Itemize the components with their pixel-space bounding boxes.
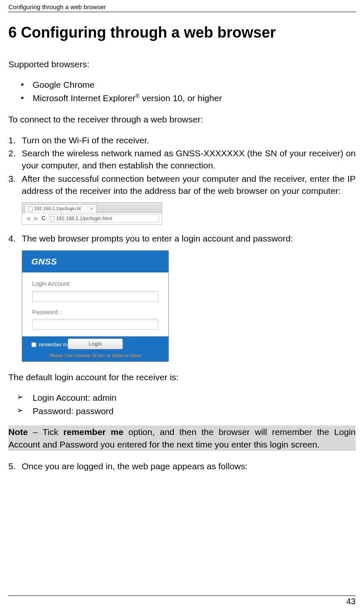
reload-icon[interactable]: C [41, 214, 46, 223]
back-arrow-icon[interactable]: ◄ [25, 214, 31, 223]
page-icon [28, 206, 33, 211]
login-account-input[interactable] [32, 291, 158, 302]
step-3-text: After the successful connection between … [22, 174, 356, 196]
connect-intro: To connect to the receiver through a web… [8, 113, 356, 125]
tab-strip: 192.168.1.1/pc/login.ht × [22, 203, 162, 213]
steps-list-cont: Once you are logged in, the web page app… [8, 460, 356, 472]
step-2: Search the wireless network named as GNS… [22, 147, 356, 172]
login-account-label: Login Account: [32, 280, 158, 288]
close-tab-icon[interactable]: × [90, 206, 93, 213]
note-prefix: Note [8, 427, 28, 437]
note-dash: – Tick [28, 427, 64, 437]
default-login-account: Login Account: admin [33, 392, 356, 404]
login-form: Login Account: Password： [22, 272, 168, 330]
password-label: Password： [32, 308, 158, 317]
note-block: Note – Tick remember me option, and then… [8, 425, 356, 451]
remember-me-label: remember me [39, 341, 70, 348]
page-header: Configuring through a web browser [8, 3, 356, 12]
browser-item-chrome: Google Chrome [33, 79, 356, 91]
registered-icon: ® [135, 93, 140, 99]
step-4: The web browser prompts you to enter a l… [22, 232, 356, 362]
page-title: 6 Configuring through a web browser [8, 24, 356, 41]
browser-tab[interactable]: 192.168.1.1/pc/login.ht × [25, 204, 97, 213]
supported-browsers-label: Supported browsers: [8, 58, 356, 70]
checkbox-icon[interactable] [31, 342, 36, 347]
brand-logo: GNSS [31, 255, 57, 267]
login-screenshot: GNSS Login Account: Password： remember m… [22, 250, 169, 362]
forward-arrow-icon[interactable]: ► [33, 214, 39, 223]
address-input[interactable]: 192.168.1.1/pc/login.html [48, 214, 159, 223]
browser-item-ie: Microsoft Internet Explorer® version 10,… [33, 92, 356, 104]
page-icon [50, 216, 54, 221]
browser-compat-note: Please Use Chrome, IE10+ or Safari to Op… [22, 353, 168, 359]
login-button[interactable]: Login [68, 338, 123, 349]
password-input[interactable] [32, 319, 158, 330]
note-remember-me: remember me [63, 427, 123, 437]
ie-version: version 10, or higher [140, 93, 222, 103]
step-3: After the successful connection between … [22, 173, 356, 225]
login-header: GNSS [22, 251, 168, 272]
header-section-title: Configuring through a web browser [8, 3, 106, 10]
steps-list: Turn on the Wi-Fi of the receiver. Searc… [8, 134, 356, 362]
address-bar-row: ◄ ► C 192.168.1.1/pc/login.html [22, 213, 162, 224]
default-account-intro: The default login account for the receiv… [8, 371, 356, 383]
remember-me-checkbox[interactable]: remember me [31, 341, 70, 348]
default-credentials-list: Login Account: admin Password: password [8, 392, 356, 417]
step-1: Turn on the Wi-Fi of the receiver. [22, 134, 356, 146]
address-text: 192.168.1.1/pc/login.html [56, 215, 112, 222]
browser-list: Google Chrome Microsoft Internet Explore… [8, 79, 356, 104]
ie-name: Microsoft Internet Explorer [33, 93, 135, 103]
tab-title: 192.168.1.1/pc/login.ht [34, 206, 81, 212]
browser-address-screenshot: 192.168.1.1/pc/login.ht × ◄ ► C 192.168.… [22, 202, 162, 225]
page-number: 43 [8, 595, 356, 606]
default-password: Password: password [33, 405, 356, 417]
login-footer: remember me Login Please Use Chrome, IE1… [22, 336, 168, 361]
step-4-text: The web browser prompts you to enter a l… [22, 234, 293, 243]
step-5: Once you are logged in, the web page app… [22, 460, 356, 472]
